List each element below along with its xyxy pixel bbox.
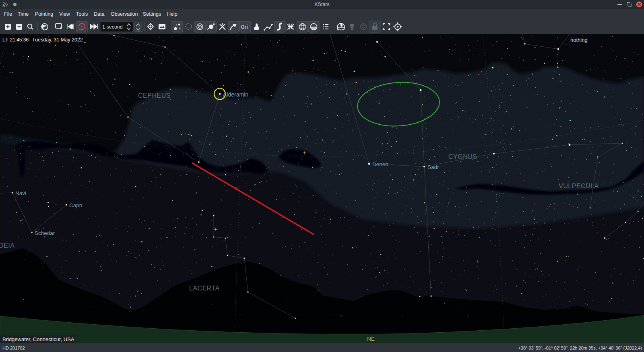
svg-text:Schedar: Schedar	[35, 230, 55, 236]
svg-text:VULPECULA: VULPECULA	[559, 183, 599, 189]
svg-text:Alderamin: Alderamin	[223, 91, 248, 98]
svg-text:0ri: 0ri	[241, 23, 248, 30]
svg-text:1 second: 1 second	[102, 24, 123, 30]
svg-text:DEIA: DEIA	[0, 242, 14, 249]
svg-text:LT: 21:45:36: LT: 21:45:36	[2, 37, 29, 43]
svg-text:Sadr: Sadr	[427, 164, 439, 170]
svg-text:Deneb: Deneb	[372, 161, 388, 167]
svg-text:NE: NE	[367, 336, 375, 342]
svg-text:Navi: Navi	[15, 190, 26, 196]
svg-text:CEPHEUS: CEPHEUS	[138, 92, 171, 99]
svg-text:nothing: nothing	[570, 37, 588, 43]
svg-text:Tuesday, 31 May 2022: Tuesday, 31 May 2022	[32, 37, 83, 43]
svg-text:Caph: Caph	[69, 202, 82, 208]
svg-text:Bridgewater, Connecticut, USA: Bridgewater, Connecticut, USA	[2, 336, 74, 342]
svg-text:LACERTA: LACERTA	[189, 285, 220, 292]
svg-text:CYGNUS: CYGNUS	[448, 153, 477, 160]
